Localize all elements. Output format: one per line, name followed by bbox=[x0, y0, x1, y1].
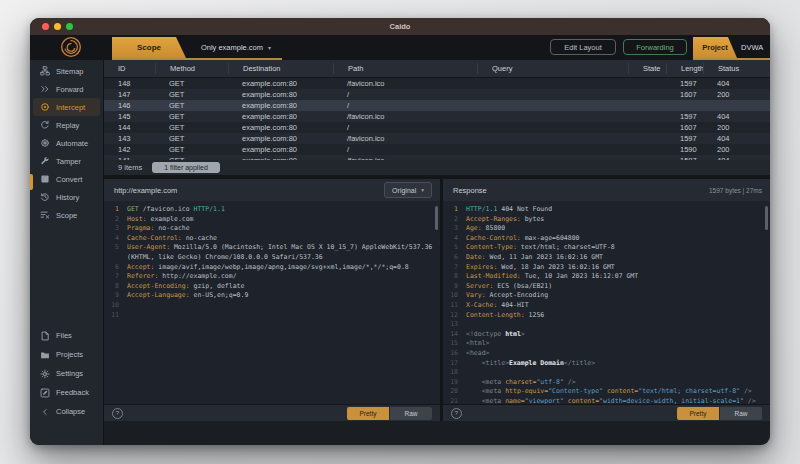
cell-id: 145 bbox=[104, 112, 155, 121]
forwarding-button[interactable]: Forwarding bbox=[623, 39, 687, 55]
response-panel-header: Response 1597 bytes | 27ms bbox=[443, 179, 770, 201]
tamper-icon bbox=[39, 156, 50, 167]
sidebar-item-tamper[interactable]: Tamper bbox=[30, 152, 103, 170]
scope-selector[interactable]: Only example.com ▾ bbox=[190, 37, 282, 58]
app-header: Scope Only example.com ▾ Edit Layout For… bbox=[30, 35, 770, 60]
cell-status: 404 bbox=[703, 134, 770, 143]
column-header-method[interactable]: Method bbox=[155, 63, 228, 74]
sidebar-item-label: Forward bbox=[56, 85, 84, 94]
column-header-path[interactable]: Path bbox=[333, 63, 477, 74]
sidebar-item-settings[interactable]: Settings bbox=[30, 364, 103, 383]
edit-layout-button[interactable]: Edit Layout bbox=[550, 39, 616, 55]
request-scrollbar-thumb[interactable] bbox=[435, 206, 438, 230]
line-content: Expires: Wed, 18 Jan 2023 16:02:16 GMT bbox=[466, 263, 770, 273]
collapse-icon bbox=[39, 406, 50, 417]
cell-destination: example.com:80 bbox=[228, 134, 333, 143]
sidebar-item-automate[interactable]: Automate bbox=[30, 134, 103, 152]
sidebar-item-scope[interactable]: Scope bbox=[30, 206, 103, 224]
line-number: 11 bbox=[443, 301, 458, 311]
response-viewer[interactable]: 1HTTP/1.1 404 Not Found2Accept-Ranges: b… bbox=[443, 201, 770, 404]
request-raw-button[interactable]: Raw bbox=[390, 407, 432, 420]
response-raw-button[interactable]: Raw bbox=[720, 407, 762, 420]
code-line: 12Content-Length: 1256 bbox=[443, 311, 770, 321]
column-header-destination[interactable]: Destination bbox=[228, 63, 333, 74]
sidebar-item-history[interactable]: History bbox=[30, 188, 103, 206]
response-scrollbar-thumb[interactable] bbox=[765, 206, 768, 230]
code-line: 7Referer: http://example.com/ bbox=[104, 272, 440, 282]
cell-method: GET bbox=[155, 101, 228, 110]
convert-icon: E bbox=[39, 174, 50, 185]
table-row[interactable]: 145GETexample.com:80/favicon.ico1597404 bbox=[104, 111, 770, 122]
filter-applied-badge[interactable]: 1 filter applied bbox=[152, 162, 220, 173]
sidebar-item-files[interactable]: Files bbox=[30, 326, 103, 345]
table-row[interactable]: 146GETexample.com:80/ bbox=[104, 100, 770, 111]
line-number: 14 bbox=[443, 330, 458, 340]
sidebar-item-forward[interactable]: Forward bbox=[30, 80, 103, 98]
cell-status: 200 bbox=[703, 123, 770, 132]
help-icon[interactable]: ? bbox=[112, 408, 123, 419]
sidebar-item-sitemap[interactable]: Sitemap bbox=[30, 62, 103, 80]
forward-icon bbox=[39, 84, 50, 95]
table-row[interactable]: 142GETexample.com:80/1590200 bbox=[104, 144, 770, 155]
cell-status: 404 bbox=[703, 112, 770, 121]
tab-scope-label: Scope bbox=[137, 43, 161, 52]
line-number: 17 bbox=[443, 359, 458, 369]
line-content: Content-Length: 1256 bbox=[466, 311, 770, 321]
version-selector-dropdown[interactable]: Original ▾ bbox=[384, 182, 432, 198]
line-number: 7 bbox=[443, 263, 458, 273]
request-pretty-button[interactable]: Pretty bbox=[347, 407, 389, 420]
code-line: 10Vary: Accept-Encoding bbox=[443, 291, 770, 301]
sidebar-item-collapse[interactable]: Collapse bbox=[30, 402, 103, 421]
line-content: HTTP/1.1 404 Not Found bbox=[466, 205, 770, 215]
cell-destination: example.com:80 bbox=[228, 101, 333, 110]
cell-length: 1597 bbox=[666, 79, 703, 88]
line-content: <!doctype html> bbox=[466, 330, 770, 340]
help-icon[interactable]: ? bbox=[451, 408, 462, 419]
line-number: 1 bbox=[104, 205, 119, 215]
tab-scope[interactable]: Scope bbox=[112, 37, 186, 58]
table-row[interactable]: 143GETexample.com:80/favicon.ico1597404 bbox=[104, 133, 770, 144]
cell-destination: example.com:80 bbox=[228, 112, 333, 121]
cell-method: GET bbox=[155, 123, 228, 132]
table-row[interactable]: 148GETexample.com:80/favicon.ico1597404 bbox=[104, 78, 770, 89]
code-line: 1HTTP/1.1 404 Not Found bbox=[443, 205, 770, 215]
column-header-status[interactable]: Status bbox=[703, 63, 770, 74]
request-editor[interactable]: 1GET /favicon.ico HTTP/1.12Host: example… bbox=[104, 201, 440, 404]
line-number: 9 bbox=[443, 282, 458, 292]
tab-project[interactable]: Project bbox=[693, 37, 737, 58]
response-meta: 1597 bytes | 27ms bbox=[709, 187, 762, 194]
line-number: 9 bbox=[104, 291, 119, 301]
cell-method: GET bbox=[155, 79, 228, 88]
column-header-query[interactable]: Query bbox=[477, 63, 628, 74]
sidebar-item-intercept[interactable]: Intercept bbox=[33, 98, 100, 116]
line-content: Content-Type: text/html; charset=UTF-8 bbox=[466, 243, 770, 253]
sidebar-item-feedback[interactable]: Feedback bbox=[30, 383, 103, 402]
table-row[interactable]: 147GETexample.com:80/1607200 bbox=[104, 89, 770, 100]
sidebar-nav-main: SitemapForwardInterceptReplayAutomateTam… bbox=[30, 62, 103, 224]
cell-status: 200 bbox=[703, 145, 770, 154]
cell-length: 1590 bbox=[666, 145, 703, 154]
response-panel: Response 1597 bytes | 27ms 1HTTP/1.1 404… bbox=[443, 179, 770, 421]
sidebar-item-projects[interactable]: Projects bbox=[30, 345, 103, 364]
column-header-length[interactable]: Length bbox=[666, 63, 703, 74]
line-content: Server: ECS (bsa/EB21) bbox=[466, 282, 770, 292]
panel-divider[interactable] bbox=[440, 179, 443, 421]
sidebar-item-label: Files bbox=[56, 331, 72, 340]
line-content: Host: example.com bbox=[127, 215, 440, 225]
project-name[interactable]: DVWA bbox=[741, 37, 763, 58]
response-pretty-button[interactable]: Pretty bbox=[677, 407, 719, 420]
cell-id: 144 bbox=[104, 123, 155, 132]
chevron-down-icon: ▾ bbox=[268, 44, 271, 51]
column-header-id[interactable]: ID bbox=[104, 63, 155, 74]
code-line: 5User-Agent: Mozilla/5.0 (Macintosh; Int… bbox=[104, 243, 440, 262]
table-row[interactable]: 144GETexample.com:80/1607200 bbox=[104, 122, 770, 133]
line-content: <head> bbox=[466, 349, 770, 359]
sidebar-item-convert[interactable]: EConvert bbox=[30, 170, 103, 188]
cell-id: 142 bbox=[104, 145, 155, 154]
version-selector-value: Original bbox=[392, 187, 416, 194]
line-number: 7 bbox=[104, 272, 119, 282]
column-header-state[interactable]: State bbox=[628, 63, 666, 74]
line-number: 19 bbox=[443, 378, 458, 388]
sidebar: SitemapForwardInterceptReplayAutomateTam… bbox=[30, 60, 104, 445]
sidebar-item-replay[interactable]: Replay bbox=[30, 116, 103, 134]
